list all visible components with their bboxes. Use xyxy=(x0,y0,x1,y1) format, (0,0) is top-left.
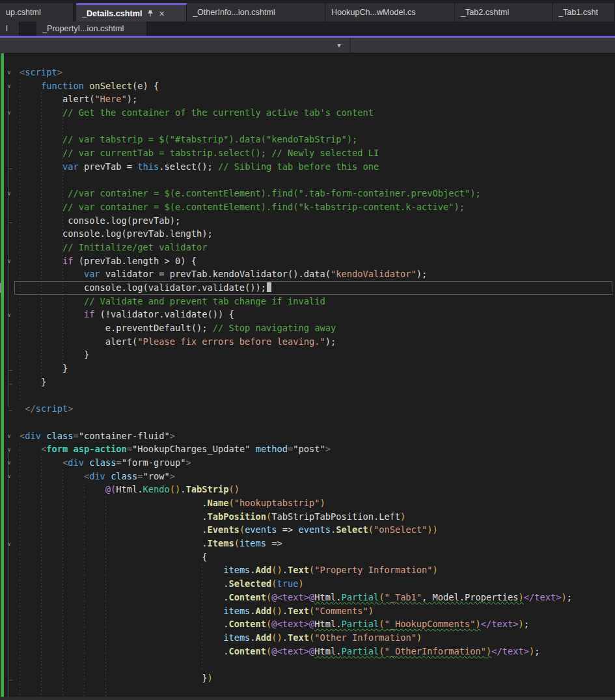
code-text-area[interactable]: <script> function onSelect(e) { alert("H… xyxy=(0,53,615,697)
code-line[interactable]: } xyxy=(20,348,615,362)
code-line[interactable]: //var container = $(e.contentElement).fi… xyxy=(20,187,615,200)
code-line[interactable]: // var tabstrip = $("#tabstrip").data("k… xyxy=(20,133,615,146)
code-line[interactable]: e.preventDefault(); // Stop navigating a… xyxy=(20,321,615,335)
tab-label: _Details.cshtml xyxy=(82,9,142,18)
code-line[interactable]: <form asp-action="HookupCharges_Update" … xyxy=(20,442,615,456)
code-line[interactable]: .Name("hookuptabstrip") xyxy=(20,496,615,510)
code-line[interactable]: // Initialize/get validator xyxy=(20,241,615,254)
code-line[interactable]: if (!validator.validate()) { xyxy=(20,308,615,321)
code-line[interactable]: <div class="form-group"> xyxy=(20,456,615,470)
tab-label: _PropertyI...ion.cshtml xyxy=(42,24,124,33)
code-line[interactable] xyxy=(20,389,615,403)
code-line[interactable]: .Content(@<text>@Html.Partial("_Tab1", M… xyxy=(20,591,615,604)
document-tab-row-2: l_PropertyI...ion.cshtml xyxy=(0,21,615,36)
code-line[interactable]: // var container = $(e.contentElement).f… xyxy=(20,200,615,214)
navigation-bar: ▾ xyxy=(0,38,615,53)
code-line[interactable]: function onSelect(e) { xyxy=(20,79,615,93)
window-bottom-strip xyxy=(0,697,615,700)
code-line[interactable]: .Content(@<text>@Html.Partial("_HookupCo… xyxy=(20,617,615,631)
tab-hookupch-wmodel-cs[interactable]: HookupCh...wModel.cs xyxy=(325,3,455,21)
code-line[interactable]: alert("Please fix errors before leaving.… xyxy=(20,335,615,349)
code-line[interactable] xyxy=(20,685,615,697)
code-line[interactable]: } xyxy=(20,375,615,389)
code-line[interactable]: @(Html.Kendo().TabStrip() xyxy=(20,483,615,496)
code-line[interactable]: console.log(prevTab.length); xyxy=(20,227,615,241)
pin-icon[interactable] xyxy=(147,10,154,17)
code-line[interactable]: var validator = prevTab.kendoValidator()… xyxy=(20,267,615,281)
code-line[interactable]: .Events(events => events.Select("onSelec… xyxy=(20,523,615,537)
vs-editor-window: up.cshtml_Details.cshtml×_OtherInfo...io… xyxy=(0,0,615,700)
code-line[interactable]: // Get the container of the currently ac… xyxy=(20,106,615,120)
tab-l[interactable]: l xyxy=(0,21,20,36)
tab-details-cshtml[interactable]: _Details.cshtml× xyxy=(76,3,187,21)
code-line[interactable]: // var currentTab = tabstrip.select(); /… xyxy=(20,146,615,160)
code-line[interactable]: .TabPosition(TabStripTabPosition.Left) xyxy=(20,510,615,524)
caret xyxy=(267,282,271,292)
code-editor[interactable]: ∨∨∨∨∨∨∨∨∨∨∨ <script> function onSelect(e… xyxy=(0,53,615,697)
tab-label: _OtherInfo...ion.cshtml xyxy=(193,8,275,17)
code-line[interactable] xyxy=(20,658,615,671)
code-line[interactable]: </script> xyxy=(20,402,615,416)
code-line[interactable]: items.Add().Text("Comments") xyxy=(20,604,615,618)
tab-label: up.cshtml xyxy=(6,8,41,17)
navbar-dropdown[interactable]: ▾ xyxy=(331,38,348,53)
tab-up-cshtml[interactable]: up.cshtml xyxy=(0,3,74,21)
code-line[interactable]: if (prevTab.length > 0) { xyxy=(20,254,615,268)
code-line[interactable]: // Validate and prevent tab change if in… xyxy=(20,295,615,308)
code-line[interactable]: console.log(prevTab); xyxy=(20,214,615,228)
code-line[interactable] xyxy=(20,120,615,133)
code-line[interactable] xyxy=(20,174,615,187)
tab-label: _Tab1.csht xyxy=(558,8,598,17)
code-line[interactable]: items.Add().Text("Property Information") xyxy=(20,563,615,577)
code-line[interactable]: alert("Here"); xyxy=(20,92,615,106)
code-line[interactable]: console.log(validator.validate()); xyxy=(20,281,615,295)
code-line[interactable]: }) xyxy=(20,671,615,685)
code-line[interactable]: .Items(items => xyxy=(20,537,615,550)
code-line[interactable]: .Selected(true) xyxy=(20,577,615,591)
close-icon[interactable]: × xyxy=(159,9,164,18)
code-line[interactable]: <script> xyxy=(20,66,615,79)
tab-label: HookupCh...wModel.cs xyxy=(331,8,416,17)
tab-tab1-csht[interactable]: _Tab1.csht xyxy=(553,3,615,21)
code-line[interactable]: .Content(@<text>@Html.Partial("_OtherInf… xyxy=(20,645,615,658)
tab-otherinfo-ion-cshtml[interactable]: _OtherInfo...ion.cshtml xyxy=(187,3,325,21)
code-line[interactable]: { xyxy=(20,550,615,564)
tab-propertyi-ion-cshtml[interactable]: _PropertyI...ion.cshtml xyxy=(36,21,147,36)
code-line[interactable]: <div class="container-fluid"> xyxy=(20,429,615,443)
document-tab-row-1: up.cshtml_Details.cshtml×_OtherInfo...io… xyxy=(0,0,615,21)
code-line[interactable] xyxy=(20,416,615,429)
code-line[interactable]: } xyxy=(20,362,615,375)
tab-label: _Tab2.cshtml xyxy=(461,8,509,17)
code-line[interactable]: <div class="row"> xyxy=(20,470,615,483)
navbar-separator xyxy=(349,38,351,53)
tab-tab2-cshtml[interactable]: _Tab2.cshtml xyxy=(455,3,553,21)
code-line[interactable]: items.Add().Text("Other Information") xyxy=(20,631,615,645)
code-line[interactable]: var prevTab = this.select(); // Sibling … xyxy=(20,160,615,174)
tab-label: l xyxy=(6,24,8,33)
chevron-down-icon: ▾ xyxy=(337,42,340,49)
